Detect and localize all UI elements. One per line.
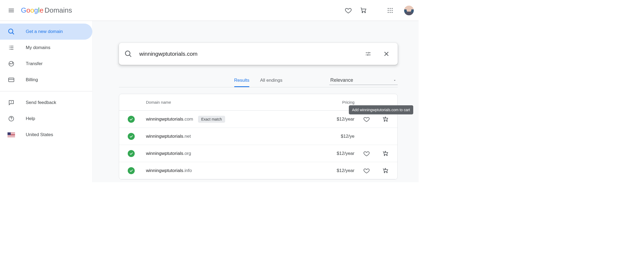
svg-point-5 bbox=[392, 10, 393, 11]
domain-search-input[interactable] bbox=[139, 51, 355, 57]
sidebar-item-label: My domains bbox=[26, 45, 50, 50]
heart-icon bbox=[345, 7, 352, 14]
svg-point-1 bbox=[390, 8, 391, 9]
help-icon bbox=[8, 115, 14, 122]
divider bbox=[0, 91, 92, 91]
sidebar-item-label: Help bbox=[26, 116, 35, 121]
chevron-down-icon bbox=[393, 79, 397, 82]
sidebar-item-new-domain[interactable]: Get a new domain bbox=[0, 24, 92, 40]
favorite-button[interactable] bbox=[357, 167, 376, 174]
card-icon bbox=[8, 77, 14, 83]
svg-point-3 bbox=[388, 10, 389, 11]
favorite-button[interactable] bbox=[357, 116, 376, 122]
svg-point-0 bbox=[388, 8, 389, 9]
svg-point-7 bbox=[390, 12, 391, 13]
add-to-cart-tooltip: Add winningwptutorials.com to cart bbox=[349, 105, 413, 114]
sidebar-item-help[interactable]: Help bbox=[0, 111, 92, 127]
logo-product-text: Domains bbox=[45, 6, 72, 14]
heart-icon bbox=[363, 150, 370, 157]
sidebar-item-my-domains[interactable]: My domains bbox=[0, 40, 92, 56]
sidebar-item-label: Billing bbox=[26, 77, 38, 83]
heart-icon bbox=[363, 116, 370, 122]
add-cart-icon bbox=[382, 116, 389, 122]
check-icon bbox=[128, 116, 135, 123]
price: $12/year bbox=[314, 151, 357, 156]
price: $12/year bbox=[314, 168, 357, 173]
sidebar-item-feedback[interactable]: Send feedback bbox=[0, 95, 92, 111]
column-domain-name: Domain name bbox=[146, 100, 314, 104]
svg-point-2 bbox=[392, 8, 393, 9]
table-row[interactable]: winningwptutorials.org $12/year bbox=[119, 145, 397, 162]
price: $12/ye bbox=[314, 134, 357, 139]
sort-selected-label: Relevance bbox=[330, 77, 353, 83]
list-icon bbox=[8, 44, 14, 51]
heart-icon bbox=[363, 167, 370, 174]
search-card bbox=[119, 43, 398, 65]
apps-icon bbox=[387, 8, 393, 13]
sidebar-item-region[interactable]: United States bbox=[0, 127, 92, 143]
tab-results[interactable]: Results bbox=[234, 74, 250, 87]
svg-point-8 bbox=[392, 12, 393, 13]
cart-button[interactable] bbox=[357, 4, 370, 17]
sidebar-item-label: Get a new domain bbox=[26, 29, 63, 34]
search-icon bbox=[125, 50, 132, 57]
check-icon bbox=[128, 167, 135, 174]
search-icon bbox=[8, 28, 14, 35]
favorites-button[interactable] bbox=[342, 4, 355, 17]
svg-point-4 bbox=[390, 10, 391, 11]
menu-icon bbox=[8, 7, 15, 14]
feedback-icon bbox=[8, 99, 14, 106]
transfer-icon bbox=[8, 61, 14, 67]
sidebar-item-label: Send feedback bbox=[26, 100, 56, 105]
tabs-row: Results All endings Relevance bbox=[119, 74, 398, 87]
sidebar: Get a new domain My domains Transfer Bil… bbox=[0, 21, 92, 182]
logo[interactable]: Google Domains bbox=[21, 6, 72, 14]
favorite-button[interactable] bbox=[357, 150, 376, 157]
apps-button[interactable] bbox=[384, 4, 397, 17]
add-cart-icon bbox=[382, 167, 389, 174]
close-icon bbox=[383, 51, 390, 57]
check-icon bbox=[128, 133, 135, 140]
cart-icon bbox=[360, 7, 367, 14]
price: $12/year bbox=[314, 117, 357, 122]
svg-point-6 bbox=[388, 12, 389, 13]
menu-button[interactable] bbox=[5, 4, 18, 17]
add-to-cart-button[interactable] bbox=[376, 150, 395, 157]
table-row[interactable]: winningwptutorials.net $12/ye bbox=[119, 128, 397, 145]
sidebar-item-label: Transfer bbox=[26, 61, 43, 66]
tab-all-endings[interactable]: All endings bbox=[260, 74, 282, 87]
sidebar-item-transfer[interactable]: Transfer bbox=[0, 56, 92, 72]
sidebar-item-billing[interactable]: Billing bbox=[0, 72, 92, 88]
sidebar-item-label: United States bbox=[26, 132, 53, 137]
add-to-cart-button[interactable] bbox=[376, 167, 395, 174]
exact-match-badge: Exact match bbox=[198, 116, 225, 123]
sort-select[interactable]: Relevance bbox=[329, 76, 398, 85]
avatar[interactable] bbox=[404, 6, 414, 15]
app-header: Google Domains bbox=[0, 0, 419, 21]
add-to-cart-button[interactable] bbox=[376, 116, 395, 122]
check-icon bbox=[128, 150, 135, 157]
add-cart-icon bbox=[382, 150, 389, 157]
clear-search-button[interactable] bbox=[381, 51, 392, 57]
svg-rect-10 bbox=[9, 78, 14, 82]
tune-icon bbox=[365, 51, 371, 57]
column-pricing: Pricing bbox=[314, 100, 357, 104]
table-row[interactable]: winningwptutorials.info $12/year bbox=[119, 162, 397, 179]
us-flag-icon bbox=[8, 132, 15, 137]
search-filters-button[interactable] bbox=[363, 51, 374, 57]
main-area: Results All endings Relevance Domain nam… bbox=[92, 21, 419, 182]
